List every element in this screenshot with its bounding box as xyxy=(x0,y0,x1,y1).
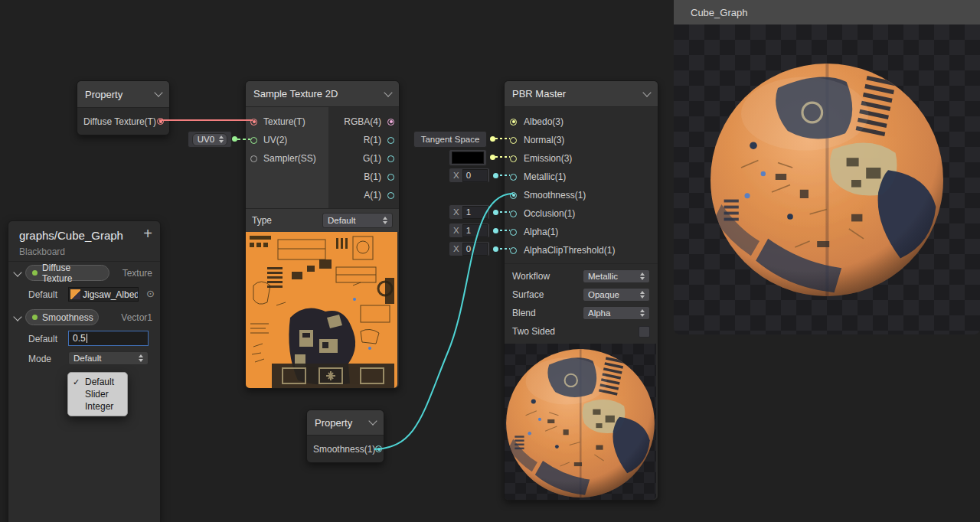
property-pill-diffuse-texture[interactable]: Diffuse Texture xyxy=(25,265,109,281)
normal-widget-port[interactable] xyxy=(490,136,495,142)
port-label: Alpha(1) xyxy=(524,227,558,237)
emission-color-swatch[interactable] xyxy=(452,152,484,164)
texture-object-field[interactable]: Jigsaw_Albed xyxy=(68,287,139,302)
type-row: Type Default xyxy=(246,208,399,232)
node-pbr-master[interactable]: PBR Master Albedo(3) Normal(3) Emission(… xyxy=(504,80,658,501)
exposed-dot-icon xyxy=(32,270,38,276)
property-pill-smoothness[interactable]: Smoothness xyxy=(25,309,99,325)
port-label: Texture(T) xyxy=(263,116,305,127)
port-r-out[interactable] xyxy=(387,137,394,144)
alpha-widget-port[interactable] xyxy=(493,228,498,233)
property-type: Vector1 xyxy=(121,312,152,323)
port-smoothness[interactable] xyxy=(510,192,517,199)
property-name: Diffuse Texture xyxy=(42,263,101,284)
type-label: Type xyxy=(252,215,272,226)
port-b-out[interactable] xyxy=(387,174,394,181)
mode-dropdown[interactable]: Default xyxy=(68,351,149,365)
port-label: Emission(3) xyxy=(524,153,572,164)
node-property-diffuse[interactable]: Property Diffuse Texture(T) xyxy=(77,80,170,135)
chevron-down-icon[interactable] xyxy=(368,416,377,425)
alphaclip-widget-port[interactable] xyxy=(493,246,498,252)
port-label: B(1) xyxy=(364,171,381,182)
port-a-out[interactable] xyxy=(387,192,394,199)
updown-arrows-icon xyxy=(219,135,224,143)
node-property-smoothness[interactable]: Property Smoothness(1) xyxy=(306,409,384,463)
metallic-widget-port[interactable] xyxy=(493,173,498,178)
port-label: Diffuse Texture(T) xyxy=(83,116,157,127)
uv0-widget-port[interactable] xyxy=(232,136,237,142)
port-uv-in[interactable] xyxy=(250,137,257,144)
uv-channel-value: UV0 xyxy=(198,135,214,144)
port-sampler-in[interactable] xyxy=(250,155,257,162)
port-normal[interactable] xyxy=(510,137,517,144)
port-label: Sampler(SS) xyxy=(263,153,316,164)
node-property-smoothness-header[interactable]: Property xyxy=(307,410,384,436)
node-sample-texture-header[interactable]: Sample Texture 2D xyxy=(246,81,399,107)
x-label: X xyxy=(453,171,459,180)
port-label: AlphaClipThreshold(1) xyxy=(524,245,615,256)
pbr-preview-sphere xyxy=(505,345,656,500)
texture-thumbnail xyxy=(70,289,80,299)
port-g-out[interactable] xyxy=(387,155,394,162)
surface-label: Surface xyxy=(512,289,544,300)
metallic-value-field[interactable]: 0 xyxy=(462,169,488,182)
chevron-down-icon[interactable] xyxy=(154,88,162,96)
alpha-value-field[interactable]: 1 xyxy=(462,224,488,237)
blend-dropdown[interactable]: Alpha xyxy=(583,306,650,320)
alpha-value-widget: X 1 xyxy=(449,223,490,238)
port-metallic[interactable] xyxy=(510,174,517,181)
port-alpha[interactable] xyxy=(510,229,517,236)
port-texture-in[interactable] xyxy=(250,119,257,126)
occlusion-widget-port[interactable] xyxy=(493,210,498,215)
port-diffuse-texture-out[interactable] xyxy=(157,118,164,125)
port-occlusion[interactable] xyxy=(510,210,517,217)
port-label: R(1) xyxy=(364,135,381,145)
surface-dropdown[interactable]: Opaque xyxy=(583,288,650,302)
main-preview-titlebar[interactable]: Cube_Graph xyxy=(674,0,980,24)
uv-channel-widget: UV0 xyxy=(188,131,232,148)
workflow-dropdown[interactable]: Metallic xyxy=(583,269,650,283)
port-smoothness-out[interactable] xyxy=(375,445,382,452)
uv-channel-dropdown[interactable]: UV0 xyxy=(192,133,227,146)
port-emission[interactable] xyxy=(510,155,517,162)
port-label: Metallic(1) xyxy=(524,171,566,182)
updown-arrows-icon xyxy=(640,272,645,280)
port-label: G(1) xyxy=(363,153,381,164)
blackboard-subtitle: Blackboard xyxy=(19,246,65,257)
add-property-button[interactable]: + xyxy=(143,226,152,241)
port-alphaclipthreshold[interactable] xyxy=(510,247,517,254)
menu-item-integer[interactable]: Integer xyxy=(68,400,127,413)
chevron-down-icon[interactable] xyxy=(642,88,651,96)
menu-item-default[interactable]: ✓ Default xyxy=(68,376,127,388)
type-dropdown[interactable]: Default xyxy=(322,213,393,228)
emission-widget-port[interactable] xyxy=(490,155,495,160)
blackboard-panel[interactable]: graphs/Cube_Graph + Blackboard Diffuse T… xyxy=(8,220,161,522)
chevron-down-icon[interactable] xyxy=(13,268,21,276)
alphaclip-value-field[interactable]: 0 xyxy=(462,243,488,256)
main-preview-viewport[interactable] xyxy=(674,24,980,334)
occlusion-value-field[interactable]: 1 xyxy=(462,206,488,219)
node-pbr-master-header[interactable]: PBR Master xyxy=(505,81,658,107)
node-property-diffuse-header[interactable]: Property xyxy=(77,81,169,108)
main-preview-sphere xyxy=(704,57,949,302)
property-type: Texture xyxy=(122,268,152,279)
chevron-down-icon[interactable] xyxy=(384,88,392,96)
smoothness-default-input[interactable]: 0.5 xyxy=(68,331,149,346)
menu-item-slider[interactable]: Slider xyxy=(68,388,127,400)
two-sided-label: Two Sided xyxy=(512,326,555,337)
x-label: X xyxy=(453,207,459,217)
node-title: Property xyxy=(85,89,122,100)
ports-section: Texture(T) UV(2) Sampler(SS) RGBA(4) R(1… xyxy=(246,107,399,208)
object-picker-icon[interactable]: ⊙ xyxy=(146,288,155,299)
port-label: RGBA(4) xyxy=(344,116,381,127)
port-label: Normal(3) xyxy=(524,135,564,145)
main-preview-title: Cube_Graph xyxy=(691,7,747,18)
normal-space-dropdown[interactable]: Tangent Space xyxy=(413,131,487,148)
chevron-down-icon[interactable] xyxy=(13,312,21,321)
node-sample-texture-2d[interactable]: Sample Texture 2D Texture(T) UV(2) Sampl… xyxy=(245,80,400,389)
two-sided-checkbox[interactable] xyxy=(639,326,650,338)
blackboard-title: graphs/Cube_Graph xyxy=(19,229,123,242)
port-rgba-out[interactable] xyxy=(387,119,394,126)
surface-value: Opaque xyxy=(588,290,635,299)
port-albedo[interactable] xyxy=(510,119,517,126)
